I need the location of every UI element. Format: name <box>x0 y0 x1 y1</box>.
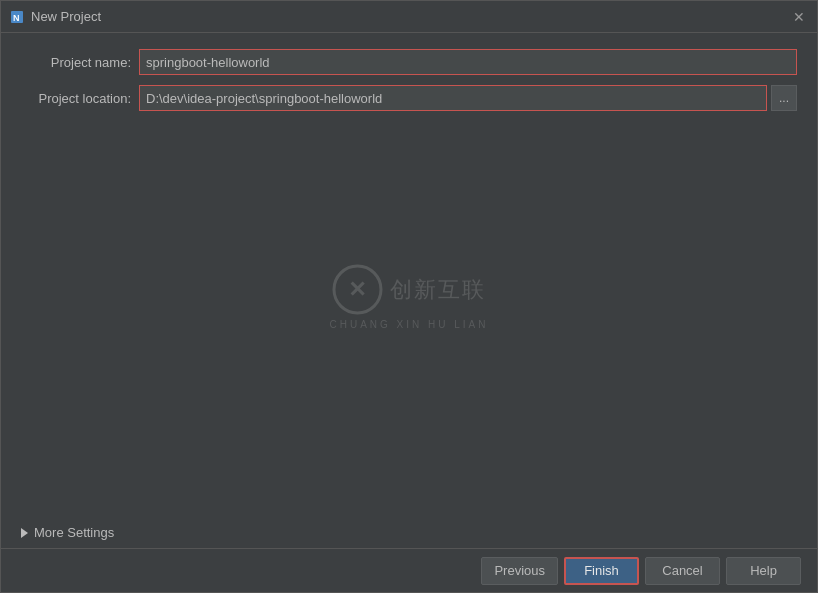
close-button[interactable]: ✕ <box>789 7 809 27</box>
browse-button[interactable]: ... <box>771 85 797 111</box>
project-name-row: Project name: <box>21 49 797 75</box>
more-settings-label: More Settings <box>34 525 114 540</box>
project-location-label: Project location: <box>21 91 131 106</box>
project-location-row: Project location: ... <box>21 85 797 111</box>
form-content: Project name: Project location: ... ✕ 创新… <box>1 33 817 517</box>
project-location-input[interactable] <box>139 85 767 111</box>
titlebar-left: N New Project <box>9 9 101 25</box>
project-name-label: Project name: <box>21 55 131 70</box>
spacer <box>21 121 797 501</box>
svg-text:N: N <box>13 13 20 23</box>
footer: Previous Finish Cancel Help <box>1 548 817 592</box>
previous-button[interactable]: Previous <box>481 557 558 585</box>
expand-icon <box>21 528 28 538</box>
more-settings-section: More Settings <box>1 517 817 548</box>
more-settings-toggle[interactable]: More Settings <box>21 525 797 540</box>
new-project-dialog: N New Project ✕ Project name: Project lo… <box>0 0 818 593</box>
finish-button[interactable]: Finish <box>564 557 639 585</box>
titlebar: N New Project ✕ <box>1 1 817 33</box>
cancel-button[interactable]: Cancel <box>645 557 720 585</box>
dialog-title: New Project <box>31 9 101 24</box>
app-icon: N <box>9 9 25 25</box>
help-button[interactable]: Help <box>726 557 801 585</box>
location-input-wrap: ... <box>139 85 797 111</box>
project-name-input[interactable] <box>139 49 797 75</box>
